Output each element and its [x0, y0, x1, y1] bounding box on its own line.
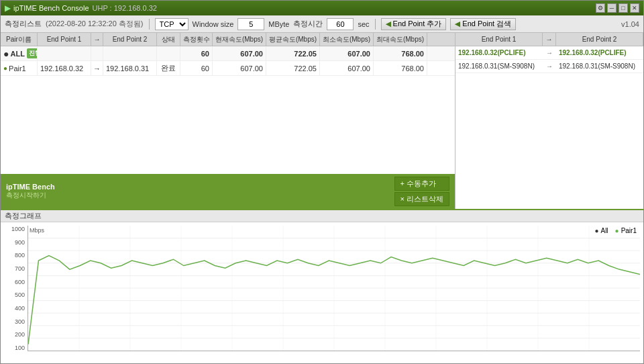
- window-size-input[interactable]: [237, 18, 264, 30]
- legend-pair1-dot: ●: [615, 227, 619, 234]
- y-800: 800: [15, 252, 25, 259]
- legend-all-label: All: [600, 227, 608, 234]
- measure-time-input[interactable]: [327, 18, 354, 30]
- ep-header: End Point 1 → End Point 2: [455, 33, 643, 46]
- graph-title-text: 측정그래프: [5, 211, 42, 221]
- y-600: 600: [15, 279, 25, 285]
- close-button[interactable]: ✕: [630, 3, 639, 13]
- maximize-button[interactable]: □: [619, 3, 628, 13]
- all-label: ALL: [10, 50, 24, 58]
- left-panel: Pair이름 End Point 1 → End Point 2 상태 측정횟수…: [1, 33, 455, 209]
- y-700: 700: [15, 265, 25, 272]
- ep-arrow-col-header: →: [543, 33, 556, 46]
- legend-pair1-label: Pair1: [621, 227, 637, 234]
- pair1-ep1-cell: 192.168.0.32: [38, 61, 91, 75]
- ep2-cell-1: 192.168.0.32(PCLIFE): [556, 48, 643, 58]
- pair1-arrow-cell: →: [91, 61, 103, 75]
- toolbar: 측정리스트 (2022-08-20 12:32:20 측정됨) TCP UDP …: [1, 15, 643, 33]
- all-badge: 진행1: [27, 48, 38, 58]
- pair1-cur-cell: 607.00: [213, 61, 266, 75]
- graph-area: Mbps: [28, 226, 640, 351]
- footer-start-label: 측정시작하기: [6, 191, 55, 200]
- y-500: 500: [15, 291, 25, 298]
- ep-row[interactable]: 192.168.0.31(SM-S908N) → 192.168.0.31(SM…: [455, 60, 643, 73]
- ep2-cell-2: 192.168.0.31(SM-S908N): [556, 61, 643, 71]
- search-ep-icon: ◀: [455, 20, 460, 28]
- all-cur-cell: 607.00: [213, 46, 266, 60]
- all-dot: ●: [3, 48, 9, 59]
- y-400: 400: [15, 305, 25, 312]
- timestamp-value: (2022-08-20 12:32:20 측정됨): [46, 19, 144, 29]
- ep1-cell-2: 192.168.0.31(SM-S908N): [455, 61, 543, 71]
- window-size-label: Window size: [193, 20, 234, 28]
- all-status-cell: [157, 46, 180, 60]
- protocol-select[interactable]: TCP UDP: [155, 18, 189, 30]
- graph-container: 1000 900 800 700 600 500 400 300 200 100…: [1, 222, 643, 363]
- y-900: 900: [15, 239, 25, 246]
- separator-2: [375, 19, 376, 30]
- main-content: Pair이름 End Point 1 → End Point 2 상태 측정횟수…: [1, 33, 643, 209]
- ep2-col-header: End Point 2: [556, 33, 643, 46]
- ip-label: UHP : 192.168.0.32: [93, 4, 157, 12]
- graph-title: 측정그래프: [1, 210, 643, 222]
- pair1-name-cell: ● Pair1: [1, 61, 38, 75]
- all-min-cell: 607.00: [320, 46, 374, 60]
- graph-section: 측정그래프 1000 900 800 700 600 500 400 300 2…: [1, 209, 643, 363]
- pair1-max-cell: 768.00: [374, 61, 427, 75]
- search-endpoint-label: End Point 검색: [462, 19, 511, 29]
- col-ep1-header: End Point 1: [38, 33, 91, 46]
- graph-svg: [28, 226, 640, 351]
- add-ep-icon: ◀: [386, 20, 391, 28]
- all-ep2-cell: [103, 46, 157, 60]
- all-avg-cell: 722.05: [266, 46, 320, 60]
- y-300: 300: [15, 318, 25, 325]
- pair1-status-cell: 완료: [157, 61, 180, 75]
- minimize-button[interactable]: ─: [607, 3, 616, 13]
- ep-arrow-2: →: [543, 62, 556, 70]
- y-100: 100: [15, 345, 25, 351]
- ep-arrow-1: →: [543, 49, 556, 56]
- all-ep1-cell: [38, 46, 91, 60]
- app-logo: ▶: [5, 4, 10, 13]
- window-controls: ⚙ ─ □ ✕: [596, 3, 639, 13]
- sec-label: sec: [358, 20, 369, 28]
- pair1-label: Pair1: [9, 64, 26, 73]
- add-manual-button[interactable]: + 수동추가: [394, 177, 449, 191]
- measure-time-label: 측정시간: [293, 19, 323, 29]
- table-header: Pair이름 End Point 1 → End Point 2 상태 측정횟수…: [1, 33, 455, 46]
- delete-list-button[interactable]: × 리스트삭제: [394, 192, 449, 206]
- table-row[interactable]: ● Pair1 192.168.0.32 → 192.168.0.31 완료 6…: [1, 61, 455, 76]
- mbyte-label: MByte: [268, 20, 289, 28]
- ep-row[interactable]: 192.168.0.32(PCLIFE) → 192.168.0.32(PCLI…: [455, 46, 643, 60]
- ep1-col-header: End Point 1: [455, 33, 543, 46]
- graph-legend: ● All ● Pair1: [594, 227, 637, 234]
- all-arrow-cell: [91, 46, 103, 60]
- main-window: ▶ ipTIME Bench Console UHP : 192.168.0.3…: [0, 0, 644, 364]
- col-count-header: 측정횟수: [180, 33, 213, 46]
- pair1-min-cell: 607.00: [320, 61, 374, 75]
- footer-buttons: + 수동추가 × 리스트삭제: [394, 177, 449, 206]
- ep-body: 192.168.0.32(PCLIFE) → 192.168.0.32(PCLI…: [455, 46, 643, 209]
- legend-pair1: ● Pair1: [615, 227, 637, 234]
- col-cur-header: 현재속도(Mbps): [213, 33, 266, 46]
- col-avg-header: 평균속도(Mbps): [266, 33, 320, 46]
- col-arrow-header: →: [91, 33, 103, 46]
- col-status-header: 상태: [157, 33, 180, 46]
- gear-button[interactable]: ⚙: [596, 3, 605, 13]
- legend-all: ● All: [594, 227, 608, 234]
- add-endpoint-button[interactable]: ◀ End Point 추가: [381, 18, 447, 30]
- footer-app-name: ipTIME Bench: [6, 183, 55, 191]
- col-pair-header: Pair이름: [1, 33, 38, 46]
- table-row[interactable]: ● ALL 진행1 60 607.00 722.05 607.00 768.00: [1, 46, 455, 61]
- y-1000: 1000: [11, 226, 25, 232]
- titlebar-left: ▶ ipTIME Bench Console UHP : 192.168.0.3…: [5, 4, 157, 13]
- endpoint-panel: End Point 1 → End Point 2 192.168.0.32(P…: [455, 33, 643, 209]
- titlebar: ▶ ipTIME Bench Console UHP : 192.168.0.3…: [1, 1, 643, 15]
- table-footer: ipTIME Bench 측정시작하기 + 수동추가 × 리스트삭제: [1, 174, 455, 209]
- graph-yaxis: 1000 900 800 700 600 500 400 300 200 100: [1, 222, 28, 363]
- all-count-cell: 60: [180, 46, 213, 60]
- separator-1: [149, 19, 150, 30]
- all-max-cell: 768.00: [374, 46, 427, 60]
- ep1-cell-1: 192.168.0.32(PCLIFE): [455, 48, 543, 58]
- search-endpoint-button[interactable]: ◀ End Point 검색: [450, 18, 516, 30]
